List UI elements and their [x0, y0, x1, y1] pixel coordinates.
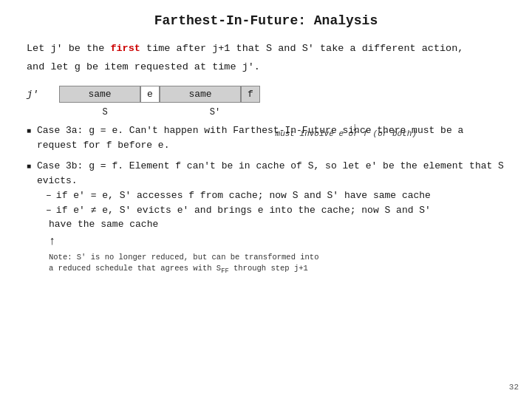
diagram-row-labels: S S' — [59, 107, 505, 117]
must-involve-text: must involve e or f (or both) — [276, 128, 417, 140]
bullet-item-1: ■ Case 3a: g = e. Can't happen with Fart… — [27, 123, 505, 153]
diagram-boxes: same e same f — [59, 86, 260, 103]
sub-bullet-2-cont: have the same cache — [49, 217, 505, 232]
intro-line2: and let g be item requested at time j'. — [27, 61, 260, 72]
intro-line1-prefix: Let j' be the — [27, 43, 110, 54]
diagram-box-f: f — [241, 86, 260, 103]
diagram-box-e: e — [140, 86, 160, 103]
note-text: Note: S' is no longer reduced, but can b… — [49, 252, 505, 276]
intro-first-word: first — [110, 43, 140, 54]
diagram-lbl-e-spacer — [140, 107, 160, 117]
bullet-dot-2: ■ — [27, 161, 31, 173]
diagram-j-label: j' — [27, 86, 53, 100]
sub-bullet-2-text: if e' ≠ e, S' evicts e' and brings e int… — [56, 203, 431, 218]
intro-line2-row: and let g be item requested at time j'. … — [27, 60, 505, 75]
diagram-label-sprime: S' — [160, 107, 241, 117]
intro-line1-suffix: time after j+1 that S and S' take a diff… — [140, 43, 463, 54]
sub-bullet-2: – if e' ≠ e, S' evicts e' and brings e i… — [46, 203, 505, 218]
bullet-text-1: Case 3a: g = e. Can't happen with Farthe… — [37, 123, 505, 153]
cache-diagram: j' same e same f — [27, 86, 505, 103]
bullet-2-main: Case 3b: g = f. Element f can't be in ca… — [37, 159, 505, 188]
page-number: 32 — [509, 383, 519, 392]
sub-bullet-1: – if e' = e, S' accesses f from cache; n… — [46, 188, 505, 203]
intro-paragraph: Let j' be the first time after j+1 that … — [27, 41, 505, 57]
bullet-text-2: Case 3b: g = f. Element f can't be in ca… — [37, 159, 505, 276]
diagram-label-s: S — [59, 107, 140, 117]
bullet-item-2: ■ Case 3b: g = f. Element f can't be in … — [27, 159, 505, 276]
sub-bullet-1-text: if e' = e, S' accesses f from cache; now… — [56, 188, 431, 203]
diagram-box-same1: same — [59, 86, 140, 103]
arrow-down-icon: ↓ — [351, 119, 358, 137]
page-title: Farthest-In-Future: Analysis — [27, 13, 505, 28]
page: Farthest-In-Future: Analysis Let j' be t… — [0, 0, 532, 399]
diagram-box-same2: same — [160, 86, 241, 103]
bullet-dot-1: ■ — [27, 126, 31, 137]
sub-dash-2: – — [46, 203, 52, 218]
diagram-row-s: same e same f — [59, 86, 260, 103]
bullet-section: ■ Case 3a: g = e. Can't happen with Fart… — [27, 123, 505, 276]
arrow-up-icon: ↑ — [49, 233, 505, 251]
sub-dash-1: – — [46, 188, 52, 203]
